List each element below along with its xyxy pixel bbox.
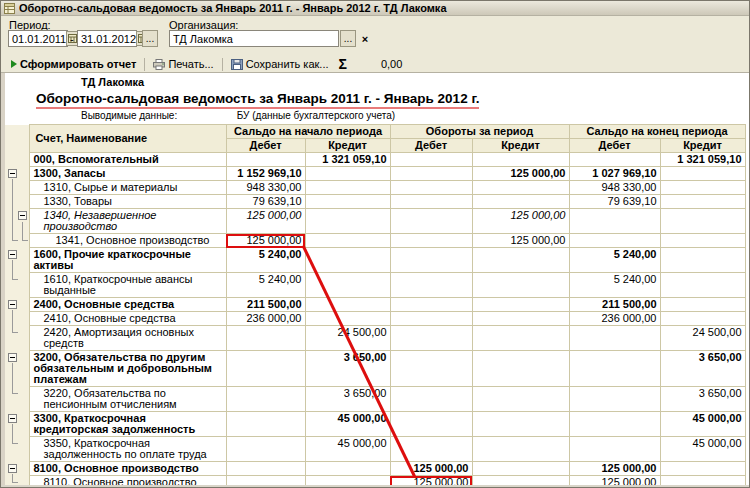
turnover-debit-cell[interactable] [390,326,472,351]
opening-credit-cell[interactable]: 1 321 059,10 [305,153,390,167]
account-cell[interactable]: 8100, Основное производство [29,462,226,476]
closing-debit-cell[interactable] [569,412,660,437]
generate-report-button[interactable]: Сформировать отчет [7,56,140,72]
table-row[interactable]: 1341, Основное производство 125 000,00 1… [1,234,745,248]
date-from-value[interactable]: 01.01.2011 [9,33,66,45]
turnover-credit-cell[interactable] [472,412,569,437]
turnover-credit-cell[interactable]: 125 000,00 [472,167,569,181]
closing-debit-cell[interactable]: 5 240,00 [569,248,660,273]
opening-debit-cell[interactable]: 236 000,00 [226,312,305,326]
tree-expander-icon[interactable] [8,353,17,362]
account-cell[interactable]: 2400, Основные средства [29,298,226,312]
tree-expander-icon[interactable] [8,464,17,473]
table-row[interactable]: 3300, Краткосрочная кредиторская задолже… [1,412,745,437]
turnover-debit-cell[interactable] [390,234,472,248]
save-as-button[interactable]: Сохранить как... [227,56,333,72]
turnover-debit-cell[interactable] [390,209,472,234]
account-cell[interactable]: 2420, Амортизация основных средств [29,326,226,351]
opening-debit-cell[interactable]: 5 240,00 [226,248,305,273]
date-to-value[interactable]: 31.01.2012 [78,33,136,45]
turnover-debit-cell[interactable] [390,298,472,312]
closing-credit-cell[interactable]: 45 000,00 [660,412,745,437]
turnover-credit-cell[interactable] [472,195,569,209]
table-row[interactable]: 1600, Прочие краткосрочные активы 5 240,… [1,248,745,273]
closing-debit-cell[interactable] [569,437,660,462]
opening-debit-cell[interactable] [226,326,305,351]
closing-debit-cell[interactable]: 211 500,00 [569,298,660,312]
turnover-debit-cell[interactable] [390,248,472,273]
closing-debit-cell[interactable]: 1 027 969,10 [569,167,660,181]
closing-credit-cell[interactable]: 24 500,00 [660,326,745,351]
opening-debit-cell[interactable]: 5 240,00 [226,273,305,298]
account-cell[interactable]: 3300, Краткосрочная кредиторская задолже… [29,412,226,437]
closing-credit-cell[interactable]: 3 650,00 [660,387,745,412]
account-cell[interactable]: 3350, Краткосрочная задолженность по опл… [29,437,226,462]
account-cell[interactable]: 1310, Сырье и материалы [29,181,226,195]
opening-credit-cell[interactable]: 3 650,00 [305,387,390,412]
turnover-debit-cell[interactable]: 125 000,00 [390,462,472,476]
opening-debit-cell[interactable]: 125 000,00 [226,209,305,234]
turnover-debit-cell[interactable] [390,412,472,437]
account-cell[interactable]: 1340, Незавершенное производство [29,209,226,234]
table-row[interactable]: 2410, Основные средства 236 000,00 236 0… [1,312,745,326]
opening-debit-cell[interactable] [226,412,305,437]
turnover-credit-cell[interactable] [472,312,569,326]
account-cell[interactable]: 3220, Обязательства по пенсионным отчисл… [29,387,226,412]
account-cell[interactable]: 1600, Прочие краткосрочные активы [29,248,226,273]
turnover-debit-cell[interactable] [390,312,472,326]
closing-credit-cell[interactable] [660,248,745,273]
table-row[interactable]: 000, Вспомогательный 1 321 059,10 1 321 … [1,153,745,167]
closing-credit-cell[interactable]: 45 000,00 [660,437,745,462]
closing-credit-cell[interactable]: 1 321 059,10 [660,153,745,167]
turnover-debit-cell[interactable] [390,387,472,412]
closing-credit-cell[interactable] [660,312,745,326]
table-row[interactable]: 3220, Обязательства по пенсионным отчисл… [1,387,745,412]
opening-credit-cell[interactable] [305,462,390,476]
opening-credit-cell[interactable] [305,248,390,273]
closing-debit-cell[interactable] [569,234,660,248]
account-cell[interactable]: 1341, Основное производство [29,234,226,248]
closing-debit-cell[interactable]: 948 330,00 [569,181,660,195]
turnover-credit-cell[interactable] [472,326,569,351]
autosum-button[interactable]: Σ [333,56,353,72]
turnover-credit-cell[interactable] [472,248,569,273]
account-cell[interactable]: 000, Вспомогательный [29,153,226,167]
turnover-credit-cell[interactable]: 125 000,00 [472,234,569,248]
opening-debit-cell[interactable] [226,387,305,412]
opening-debit-cell[interactable] [226,153,305,167]
opening-debit-cell[interactable]: 948 330,00 [226,181,305,195]
turnover-credit-cell[interactable] [472,181,569,195]
opening-credit-cell[interactable] [305,181,390,195]
opening-credit-cell[interactable] [305,298,390,312]
opening-debit-cell[interactable] [226,437,305,462]
account-cell[interactable]: 1300, Запасы [29,167,226,181]
turnover-credit-cell[interactable] [472,462,569,476]
closing-debit-cell[interactable] [569,351,660,387]
closing-credit-cell[interactable] [660,462,745,476]
opening-debit-cell[interactable]: 211 500,00 [226,298,305,312]
opening-credit-cell[interactable] [305,195,390,209]
table-row[interactable]: 1610, Краткосрочные авансы выданные 5 24… [1,273,745,298]
table-row[interactable]: 1300, Запасы 1 152 969,10 125 000,00 1 0… [1,167,745,181]
date-from-field[interactable]: 01.01.2011 [8,30,68,47]
turnover-credit-cell[interactable] [472,153,569,167]
table-row[interactable]: 3200, Обязательства по другим обязательн… [1,351,745,387]
opening-credit-cell[interactable] [305,312,390,326]
closing-debit-cell[interactable] [569,209,660,234]
tree-expander-icon[interactable] [8,169,17,178]
opening-debit-cell[interactable]: 1 152 969,10 [226,167,305,181]
tree-expander-icon[interactable] [8,300,17,309]
table-row[interactable]: 3350, Краткосрочная задолженность по опл… [1,437,745,462]
account-cell[interactable]: 1610, Краткосрочные авансы выданные [29,273,226,298]
turnover-credit-cell[interactable] [472,273,569,298]
closing-credit-cell[interactable] [660,167,745,181]
closing-debit-cell[interactable] [569,153,660,167]
table-row[interactable]: 1330, Товары 79 639,10 79 639,10 [1,195,745,209]
opening-credit-cell[interactable] [305,234,390,248]
closing-debit-cell[interactable]: 125 000,00 [569,462,660,476]
opening-credit-cell[interactable]: 45 000,00 [305,412,390,437]
table-row[interactable]: 1340, Незавершенное производство 125 000… [1,209,745,234]
closing-credit-cell[interactable] [660,298,745,312]
closing-credit-cell[interactable] [660,273,745,298]
turnover-debit-cell[interactable] [390,195,472,209]
